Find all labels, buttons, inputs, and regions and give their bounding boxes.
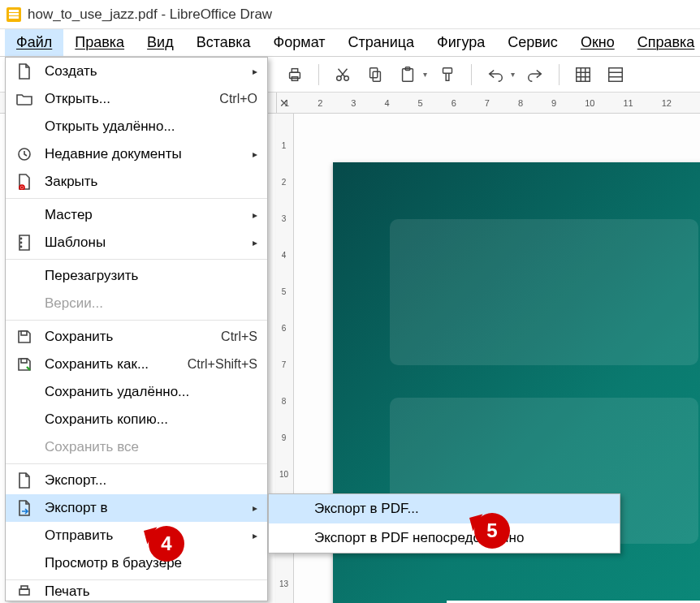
undo-button[interactable] (483, 62, 508, 87)
svg-rect-10 (577, 67, 590, 81)
svg-point-15 (20, 242, 21, 243)
clone-format-button[interactable] (435, 62, 460, 87)
menu-item-preview-browser[interactable]: Просмотр в браузере (6, 549, 267, 577)
submenu-arrow-icon: ▸ (253, 149, 257, 160)
redo-button[interactable] (523, 62, 547, 87)
toolbar-separator (471, 64, 472, 85)
svg-rect-19 (19, 589, 29, 595)
toolbar-separator (559, 64, 560, 85)
menu-item-save-as[interactable]: Сохранить как... Ctrl+Shift+S (6, 351, 267, 378)
menu-format[interactable]: Формат (262, 29, 337, 56)
submenu-arrow-icon: ▸ (253, 66, 257, 77)
menu-item-export[interactable]: Экспорт... (6, 467, 267, 494)
menu-edit[interactable]: Правка (63, 29, 136, 56)
menu-help[interactable]: Справка (626, 29, 700, 56)
menu-insert[interactable]: Вставка (185, 29, 262, 56)
submenu-arrow-icon: ▸ (253, 209, 257, 221)
copy-button[interactable] (363, 62, 387, 87)
toolbar-separator (318, 64, 319, 85)
file-menu-dropdown: Создать ▸ Открыть... Ctrl+O Открыть удал… (5, 57, 268, 601)
submenu-arrow-icon: ▸ (253, 530, 257, 541)
save-as-icon (14, 355, 35, 373)
menu-item-wizard[interactable]: Мастер ▸ (6, 201, 267, 229)
svg-rect-20 (21, 586, 28, 589)
menu-item-open-remote[interactable]: Открыть удалённо... (6, 113, 267, 140)
snap-button[interactable] (603, 62, 628, 87)
svg-rect-6 (373, 71, 380, 81)
submenu-arrow-icon: ▸ (253, 237, 257, 248)
save-icon (14, 328, 35, 346)
svg-point-14 (20, 238, 21, 239)
menu-item-recent[interactable]: Недавние документы ▸ (6, 140, 267, 168)
cut-button[interactable] (331, 62, 355, 87)
menu-item-close[interactable]: Закрыть (6, 168, 267, 196)
svg-rect-17 (21, 331, 27, 335)
menu-item-versions: Версии... (6, 290, 267, 317)
window-title: how_to_use_jazz.pdf - LibreOffice Draw (28, 6, 272, 23)
menu-shape[interactable]: Фигура (426, 29, 496, 56)
export-icon (14, 472, 35, 489)
title-bar: how_to_use_jazz.pdf - LibreOffice Draw (0, 0, 700, 29)
svg-rect-18 (21, 359, 27, 363)
menu-view[interactable]: Вид (136, 29, 185, 56)
dropdown-caret-icon[interactable]: ▾ (423, 70, 427, 79)
svg-rect-0 (290, 72, 300, 78)
menu-item-new[interactable]: Создать ▸ (6, 58, 267, 85)
export-as-submenu: Экспорт в PDF... Экспорт в PDF непосредс… (268, 493, 620, 553)
svg-rect-5 (370, 67, 378, 77)
submenu-item-export-pdf-direct[interactable]: Экспорт в PDF непосредственно (269, 523, 620, 553)
menu-item-templates[interactable]: Шаблоны ▸ (6, 229, 267, 256)
svg-rect-1 (292, 68, 297, 72)
menu-item-reload[interactable]: Перезагрузить (6, 262, 267, 290)
menu-item-save[interactable]: Сохранить Ctrl+S (6, 323, 267, 351)
annotation-callout-5: 5 (474, 513, 510, 549)
page-panel (390, 219, 698, 365)
menu-tools[interactable]: Сервис (496, 29, 569, 56)
dropdown-caret-icon[interactable]: ▾ (511, 70, 515, 79)
menu-item-export-as[interactable]: Экспорт в ▸ (6, 494, 267, 522)
menu-file[interactable]: Файл (5, 29, 63, 56)
menu-item-open[interactable]: Открыть... Ctrl+O (6, 85, 267, 113)
grid-button[interactable] (571, 62, 595, 87)
new-doc-icon (14, 62, 35, 80)
svg-rect-9 (443, 67, 452, 72)
templates-icon (14, 234, 35, 252)
paste-button[interactable] (395, 62, 420, 87)
folder-open-icon (14, 90, 35, 108)
export-as-icon (14, 499, 35, 517)
menu-page[interactable]: Страница (337, 29, 426, 56)
submenu-arrow-icon: ▸ (253, 502, 257, 514)
menu-window[interactable]: Окно (569, 29, 626, 56)
submenu-item-export-pdf[interactable]: Экспорт в PDF... (269, 494, 620, 523)
print-icon (14, 583, 35, 601)
menu-item-save-all: Сохранить все (6, 433, 267, 461)
close-doc-icon (14, 173, 35, 191)
print-direct-button[interactable] (283, 62, 307, 87)
menu-item-save-copy[interactable]: Сохранить копию... (6, 406, 267, 433)
app-icon (6, 7, 21, 22)
menu-item-print[interactable]: Печать (6, 583, 267, 601)
svg-rect-11 (609, 67, 623, 81)
menu-bar: Файл Правка Вид Вставка Формат Страница … (0, 29, 700, 57)
svg-point-16 (20, 246, 21, 247)
clock-icon (14, 145, 35, 163)
menu-item-save-remote[interactable]: Сохранить удалённо... (6, 378, 267, 406)
annotation-callout-4: 4 (149, 526, 184, 562)
